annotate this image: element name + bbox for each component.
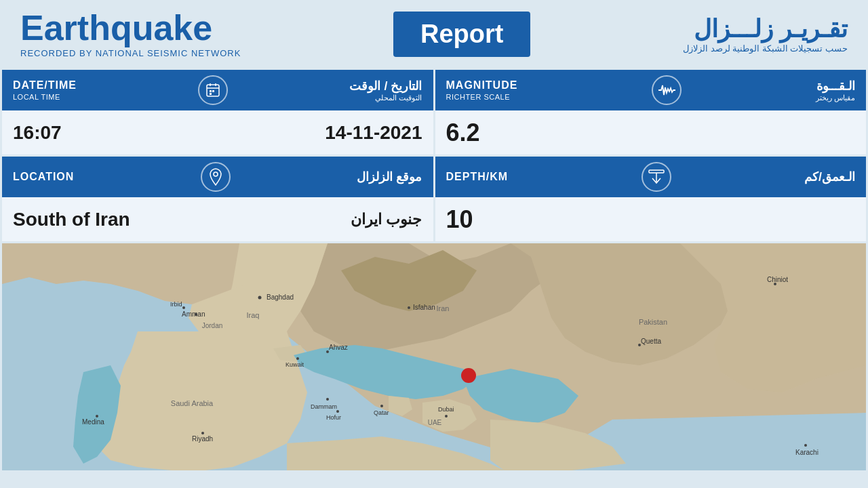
svg-text:Hofur: Hofur	[326, 414, 341, 421]
svg-text:Ahvaz: Ahvaz	[329, 344, 348, 351]
depth-header: DEPTH/KM الـعمق/كم	[435, 157, 867, 197]
depth-label-en: DEPTH/KM	[446, 171, 509, 183]
svg-text:Chiniot: Chiniot	[767, 276, 788, 283]
magnitude-value-row: 6.2	[435, 110, 867, 155]
depth-value-row: 10	[435, 197, 867, 241]
svg-text:Kuwait: Kuwait	[285, 361, 304, 368]
svg-point-7	[214, 172, 218, 176]
date-value: 14-11-2021	[325, 122, 422, 144]
magnitude-icon	[652, 75, 682, 105]
location-icon	[201, 162, 231, 192]
svg-text:Saudi Arabia: Saudi Arabia	[171, 399, 214, 407]
svg-text:Riyadh: Riyadh	[192, 435, 213, 443]
svg-point-15	[408, 306, 410, 309]
magnitude-label-ar-sub: مقياس ريختر	[816, 94, 855, 102]
location-section: LOCATION موقع الزلزال South of Iran جنوب…	[2, 157, 433, 241]
svg-point-22	[296, 357, 299, 360]
svg-point-29	[326, 398, 329, 401]
datetime-label-ar-sub: التوقيت المحلي	[349, 94, 422, 102]
time-value: 16:07	[13, 122, 62, 144]
svg-text:Irbid: Irbid	[170, 301, 182, 308]
svg-point-36	[445, 415, 448, 418]
svg-text:Medina: Medina	[82, 418, 104, 426]
info-grid: DATE/TIME LOCAL TIME التاريخ / الوقت الت…	[0, 68, 868, 243]
svg-text:UAE: UAE	[428, 419, 442, 426]
datetime-icon	[198, 75, 228, 105]
svg-point-47	[461, 368, 476, 383]
datetime-section: DATE/TIME LOCAL TIME التاريخ / الوقت الت…	[2, 70, 433, 155]
svg-text:Pakistan: Pakistan	[639, 318, 667, 326]
depth-icon	[642, 162, 671, 192]
svg-text:Dubai: Dubai	[438, 406, 454, 413]
datetime-header: DATE/TIME LOCAL TIME التاريخ / الوقت الت…	[2, 70, 433, 110]
location-value-row: South of Iran جنوب ايران	[2, 197, 433, 241]
svg-text:Dammam: Dammam	[311, 403, 337, 410]
header-right: تقـريـر زلـــزال حسب تسجيلات الشبكة الوط…	[683, 15, 848, 54]
header: Earthquake RECORDED BY NATIONAL SEISMIC …	[0, 0, 868, 68]
svg-text:Iran: Iran	[437, 304, 450, 312]
location-label-ar: موقع الزلزال	[357, 169, 422, 184]
magnitude-label-ar: الـقـــوة	[816, 79, 855, 94]
svg-text:Qatar: Qatar	[374, 409, 389, 416]
svg-point-33	[380, 405, 383, 407]
svg-text:Karachi: Karachi	[795, 449, 818, 456]
svg-text:Iraq: Iraq	[247, 311, 260, 319]
arabic-subtitle: حسب تسجيلات الشبكة الوطنية لرصد الزلازل	[683, 43, 848, 54]
map-container: Iraq Baghdad Iran Isfahan Jordan Amman A…	[2, 243, 866, 470]
svg-rect-4	[210, 90, 212, 92]
app-title: Earthquake	[20, 10, 241, 45]
magnitude-label-en: MAGNITUDE	[446, 79, 518, 92]
datetime-value-row: 16:07 14-11-2021	[2, 110, 433, 155]
arabic-title: تقـريـر زلـــزال	[683, 15, 848, 43]
depth-value: 10	[446, 205, 473, 234]
svg-rect-6	[210, 93, 212, 95]
datetime-label-en: DATE/TIME	[13, 79, 77, 92]
svg-text:Quetta: Quetta	[641, 338, 661, 345]
svg-point-43	[804, 444, 807, 447]
location-value-ar: جنوب ايران	[351, 211, 422, 228]
magnitude-section: MAGNITUDE RICHTER SCALE الـقـــوة مقياس …	[435, 70, 867, 155]
svg-rect-5	[212, 90, 214, 92]
svg-rect-8	[649, 170, 664, 173]
svg-point-12	[258, 296, 262, 300]
header-left: Earthquake RECORDED BY NATIONAL SEISMIC …	[20, 10, 241, 58]
location-label-en: LOCATION	[13, 171, 74, 183]
app-subtitle: RECORDED BY NATIONAL SEISMIC NETWORK	[20, 48, 241, 58]
location-value-en: South of Iran	[13, 209, 130, 230]
depth-label-ar: الـعمق/كم	[804, 169, 855, 184]
svg-text:Isfahan: Isfahan	[413, 304, 435, 311]
magnitude-label-sub: RICHTER SCALE	[446, 93, 518, 101]
svg-point-45	[182, 306, 185, 309]
svg-text:Baghdad: Baghdad	[267, 293, 294, 301]
svg-point-31	[336, 410, 339, 413]
report-badge: Report	[393, 12, 530, 57]
magnitude-value: 6.2	[446, 119, 480, 147]
svg-text:Jordan: Jordan	[202, 322, 223, 329]
svg-text:Amman: Amman	[182, 310, 205, 318]
svg-point-25	[201, 432, 204, 434]
svg-point-27	[96, 415, 98, 418]
depth-section: DEPTH/KM الـعمق/كم 10	[435, 157, 867, 241]
datetime-label-ar: التاريخ / الوقت	[349, 79, 422, 94]
magnitude-header: MAGNITUDE RICHTER SCALE الـقـــوة مقياس …	[435, 70, 867, 110]
location-header: LOCATION موقع الزلزال	[2, 157, 433, 197]
map-svg: Iraq Baghdad Iran Isfahan Jordan Amman A…	[2, 243, 866, 470]
datetime-label-sub: LOCAL TIME	[13, 93, 77, 101]
